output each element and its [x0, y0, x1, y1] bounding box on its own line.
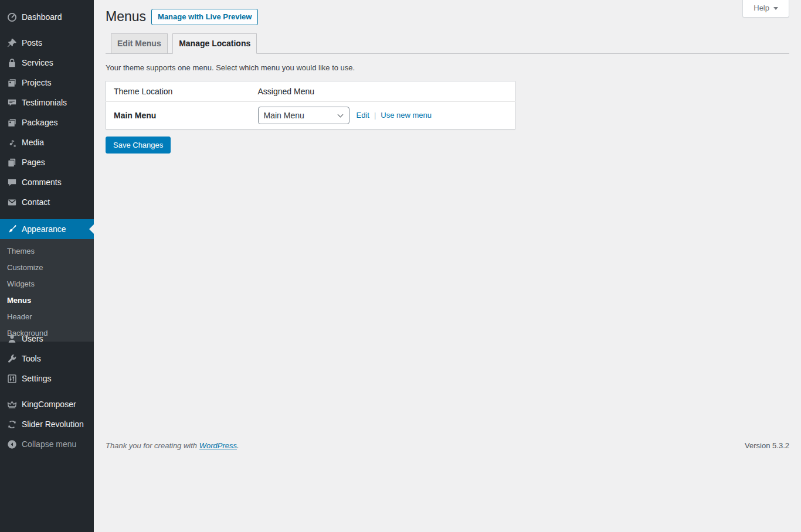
page-description: Your theme supports one menu. Select whi… — [106, 63, 789, 72]
table-row: Main Menu Main Menu Edit | Use new menu — [106, 101, 515, 129]
sidebar-item-label: Pages — [22, 158, 45, 167]
chevron-down-icon — [773, 7, 778, 10]
media-icon — [6, 137, 18, 148]
sidebar-item-label: Contact — [22, 197, 50, 207]
pages-icon — [6, 156, 18, 168]
sidebar-item-label: Media — [22, 138, 44, 147]
collapse-menu-label: Collapse menu — [22, 439, 76, 449]
envelope-icon — [6, 196, 18, 208]
theme-location-name: Main Menu — [106, 101, 250, 129]
submenu-item-customize[interactable]: Customize — [0, 260, 94, 276]
thanks-period: . — [237, 441, 239, 450]
use-new-menu-link[interactable]: Use new menu — [381, 111, 432, 120]
submenu-item-widgets[interactable]: Widgets — [0, 276, 94, 292]
sidebar-item-label: Testimonials — [22, 98, 67, 107]
sidebar-item-label: Appearance — [22, 224, 66, 234]
testimonial-icon — [6, 97, 18, 108]
thanks-text: Thank you for creating with WordPress. — [106, 441, 239, 450]
sidebar-item-services[interactable]: Services — [0, 53, 94, 73]
sidebar-item-dashboard[interactable]: Dashboard — [0, 7, 94, 27]
sidebar-item-label: Services — [22, 58, 53, 67]
link-separator: | — [374, 111, 376, 120]
sidebar-item-appearance[interactable]: Appearance — [0, 219, 94, 239]
sidebar-item-pages[interactable]: Pages — [0, 152, 94, 172]
sidebar-item-label: Tools — [22, 354, 41, 363]
submenu-item-menus[interactable]: Menus — [0, 292, 94, 309]
submenu-item-themes[interactable]: Themes — [0, 243, 94, 260]
version-text: Version 5.3.2 — [745, 441, 789, 450]
tab-edit-menus[interactable]: Edit Menus — [111, 33, 168, 54]
refresh-icon — [6, 418, 18, 430]
thanks-prefix: Thank you for creating with — [106, 441, 199, 450]
tab-manage-locations[interactable]: Manage Locations — [172, 33, 257, 54]
sliders-icon — [6, 373, 18, 384]
sidebar-item-kingcomposer[interactable]: KingComposer — [0, 394, 94, 414]
sidebar-item-users[interactable]: Users — [0, 329, 94, 349]
user-icon — [6, 333, 18, 345]
appearance-submenu: Themes Customize Widgets Menus Header Ba… — [0, 239, 94, 342]
sidebar-item-label: KingComposer — [22, 400, 76, 409]
sidebar-item-label: Comments — [22, 178, 62, 187]
sidebar-item-testimonials[interactable]: Testimonials — [0, 93, 94, 112]
comment-icon — [6, 176, 18, 188]
sidebar-item-label: Dashboard — [22, 12, 62, 22]
edit-menu-link[interactable]: Edit — [357, 111, 369, 120]
wordpress-link[interactable]: WordPress — [199, 441, 237, 450]
sidebar-item-label: Projects — [22, 78, 52, 87]
sidebar-item-settings[interactable]: Settings — [0, 369, 94, 388]
chevron-down-icon — [337, 111, 343, 117]
gallery-icon — [6, 77, 18, 88]
page-title: Menus — [106, 8, 146, 26]
pushpin-icon — [6, 37, 18, 49]
gallery-icon — [6, 117, 18, 128]
bag-icon — [6, 57, 18, 69]
help-button[interactable]: Help — [742, 0, 789, 18]
assigned-menu-select[interactable]: Main Menu — [258, 107, 349, 124]
footer: Thank you for creating with WordPress. V… — [106, 441, 789, 450]
sidebar-item-label: Users — [22, 334, 43, 343]
sidebar-item-posts[interactable]: Posts — [0, 33, 94, 53]
tabs-bar: Edit Menus Manage Locations — [106, 33, 789, 54]
sidebar-item-packages[interactable]: Packages — [0, 112, 94, 132]
selected-menu-value: Main Menu — [264, 111, 304, 120]
sidebar-item-projects[interactable]: Projects — [0, 73, 94, 93]
sidebar-item-label: Settings — [22, 374, 52, 383]
menu-locations-table: Theme Location Assigned Menu Main Menu M… — [106, 81, 515, 129]
collapse-icon — [6, 438, 18, 450]
sidebar-item-media[interactable]: Media — [0, 132, 94, 152]
sidebar-item-tools[interactable]: Tools — [0, 349, 94, 369]
crown-icon — [6, 398, 18, 410]
sidebar-item-label: Packages — [22, 118, 57, 127]
sidebar-item-label: Posts — [22, 38, 42, 47]
help-label: Help — [754, 4, 769, 12]
submenu-item-header[interactable]: Header — [0, 309, 94, 325]
admin-sidebar: Dashboard Posts Services Projects Testi — [0, 0, 94, 532]
gauge-icon — [6, 11, 18, 23]
manage-live-preview-button[interactable]: Manage with Live Preview — [151, 9, 258, 25]
save-changes-button[interactable]: Save Changes — [106, 137, 171, 154]
wrench-icon — [6, 353, 18, 364]
collapse-menu-button[interactable]: Collapse menu — [0, 434, 94, 454]
sidebar-item-slider-revolution[interactable]: Slider Revolution — [0, 414, 94, 434]
sidebar-item-comments[interactable]: Comments — [0, 172, 94, 192]
sidebar-item-contact[interactable]: Contact — [0, 192, 94, 212]
column-header-theme-location: Theme Location — [106, 81, 250, 101]
brush-icon — [6, 223, 18, 235]
column-header-assigned-menu: Assigned Menu — [250, 81, 515, 101]
sidebar-item-label: Slider Revolution — [22, 420, 84, 429]
main-content: Help Menus Manage with Live Preview Edit… — [94, 0, 801, 532]
